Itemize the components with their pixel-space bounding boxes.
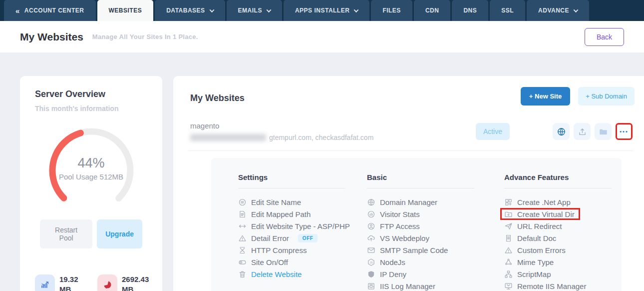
upgrade-button[interactable]: Upgrade bbox=[97, 220, 142, 248]
feature-create-net-app[interactable]: Create .Net App bbox=[504, 196, 612, 208]
user-circle-icon bbox=[367, 222, 375, 230]
feature-edit-website-type[interactable]: Edit Website Type - ASP/PHP bbox=[238, 220, 345, 232]
chevron-down-icon bbox=[574, 8, 579, 12]
back-button[interactable]: Back bbox=[585, 28, 624, 46]
feature-default-doc[interactable]: Default Doc bbox=[504, 232, 612, 244]
file-text-icon bbox=[238, 210, 247, 218]
feature-nodejs[interactable]: NodeJs bbox=[367, 256, 474, 268]
nav-tab-account-center[interactable]: « ACCOUNT CENTER bbox=[4, 0, 96, 21]
nav-tab-advance[interactable]: ADVANCE bbox=[527, 0, 589, 21]
feature-ftp-access[interactable]: FTP Access bbox=[367, 220, 474, 232]
page-title: My Websites bbox=[20, 31, 83, 43]
warning-icon bbox=[504, 246, 513, 254]
feature-site-on-off[interactable]: Site On/Off bbox=[238, 256, 345, 268]
feature-create-virtual-dir[interactable]: Create Virtual Dir bbox=[504, 208, 612, 220]
pool-usage-percent: 44% bbox=[38, 156, 145, 171]
divider bbox=[188, 150, 634, 151]
feature-iis-log-manager[interactable]: IIS Log Manager bbox=[367, 280, 474, 291]
folder-plus-icon bbox=[504, 210, 513, 218]
bandwidth-chart-icon bbox=[35, 274, 55, 291]
feature-smtp-sample-code[interactable]: SMTP Sample Code bbox=[367, 244, 474, 256]
more-ellipsis-icon[interactable]: ••• bbox=[616, 123, 633, 140]
settings-column-title: Settings bbox=[238, 173, 345, 188]
folder-icon[interactable] bbox=[595, 123, 612, 140]
nav-tab-databases[interactable]: DATABASES bbox=[155, 0, 225, 21]
toggle-icon bbox=[238, 258, 247, 266]
site-name: magento bbox=[190, 122, 373, 130]
compress-icon bbox=[238, 246, 247, 254]
feature-edit-mapped-path[interactable]: Edit Mapped Path bbox=[238, 208, 345, 220]
status-badge[interactable]: Active bbox=[476, 123, 510, 140]
basic-column-title: Basic bbox=[367, 173, 474, 188]
feature-http-compress[interactable]: HTTP Compress bbox=[238, 244, 345, 256]
feature-remote-iis-manager[interactable]: Remote IIS Manager bbox=[504, 280, 612, 291]
feature-detail-error[interactable]: Detail Error OFF bbox=[238, 232, 345, 244]
chevron-down-icon bbox=[209, 8, 214, 12]
server-overview-title: Server Overview bbox=[35, 89, 147, 100]
site-domains: gtempurl.com, checkasdfafat.com bbox=[269, 134, 373, 142]
chevron-down-icon bbox=[266, 8, 271, 12]
tray-icon bbox=[367, 282, 375, 290]
nav-tab-websites[interactable]: WEBSITES bbox=[97, 0, 154, 21]
list-circle-icon bbox=[238, 198, 247, 206]
advance-column-title: Advance Features bbox=[504, 173, 612, 188]
new-site-button[interactable]: + New Site bbox=[521, 87, 570, 106]
nav-tab-cdn[interactable]: CDN bbox=[414, 0, 451, 21]
feature-url-redirect[interactable]: URL Redirect bbox=[504, 220, 612, 232]
page-subtitle: Manage All Your Sites In 1 Place. bbox=[92, 33, 198, 40]
nav-tab-emails[interactable]: EMAILS bbox=[227, 0, 282, 21]
disk-pie-icon bbox=[97, 274, 117, 291]
bandwidth-stat: 19.32 MB Bandwidth bbox=[35, 274, 90, 291]
mime-circle-icon bbox=[504, 258, 513, 266]
server-overview-card: Server Overview This month's information… bbox=[20, 76, 162, 291]
feature-delete-website[interactable]: Delete Website bbox=[238, 268, 345, 280]
site-features-panel: Settings Edit Site Name Edit Mapped Path… bbox=[211, 158, 622, 291]
server-overview-subtitle: This month's information bbox=[35, 104, 147, 112]
sub-domain-button[interactable]: + Sub Domain bbox=[578, 87, 635, 106]
off-badge: OFF bbox=[298, 234, 318, 242]
basic-column: Basic Domain Manager Visitor Stats FTP A… bbox=[367, 173, 474, 291]
arrows-horizontal-icon bbox=[238, 222, 247, 230]
disk-space-value: 2692.43 MB bbox=[122, 274, 153, 291]
my-websites-card: My Websites + New Site + Sub Domain mage… bbox=[173, 76, 644, 291]
highlight-box: Create Virtual Dir bbox=[500, 208, 580, 220]
page-header: My Websites Manage All Your Sites In 1 P… bbox=[0, 21, 644, 52]
nav-tab-apps-installer[interactable]: APPS INSTALLER bbox=[284, 0, 369, 21]
pool-usage-label: Pool Usage 512MB bbox=[38, 172, 145, 181]
feature-edit-site-name[interactable]: Edit Site Name bbox=[238, 196, 345, 208]
disk-space-stat: 2692.43 MB Disk Space bbox=[97, 274, 153, 291]
feature-custom-errors[interactable]: Custom Errors bbox=[504, 244, 612, 256]
sitemap-icon bbox=[504, 270, 513, 278]
settings-column: Settings Edit Site Name Edit Mapped Path… bbox=[238, 173, 345, 291]
nav-tab-ssl[interactable]: SSL bbox=[490, 0, 525, 21]
globe-icon bbox=[367, 198, 375, 206]
monitor-icon bbox=[504, 282, 513, 290]
paper-plane-icon bbox=[504, 222, 513, 230]
redacted-domain bbox=[190, 134, 266, 141]
pool-usage-gauge: 44% Pool Usage 512MB bbox=[38, 126, 145, 206]
nodejs-icon bbox=[367, 258, 375, 266]
trash-icon bbox=[238, 270, 247, 278]
publish-icon[interactable] bbox=[574, 123, 591, 140]
warning-icon bbox=[238, 234, 247, 242]
feature-mime-type[interactable]: Mime Type bbox=[504, 256, 612, 268]
websites-card-title: My Websites bbox=[190, 93, 245, 104]
stats-circle-icon bbox=[367, 210, 375, 218]
feature-scriptmap[interactable]: ScriptMap bbox=[504, 268, 612, 280]
double-chevron-left-icon: « bbox=[15, 6, 20, 15]
bandwidth-value: 19.32 MB bbox=[59, 274, 90, 291]
restart-pool-button[interactable]: Restart Pool bbox=[40, 220, 92, 248]
nav-tab-files[interactable]: FILES bbox=[371, 0, 412, 21]
feature-domain-manager[interactable]: Domain Manager bbox=[367, 196, 474, 208]
feature-ip-deny[interactable]: IP Deny bbox=[367, 268, 474, 280]
chevron-down-icon bbox=[354, 8, 359, 12]
nav-tab-dns[interactable]: DNS bbox=[452, 0, 488, 21]
advance-features-column: Advance Features Create .Net App Create … bbox=[504, 173, 612, 291]
top-navigation: « ACCOUNT CENTER WEBSITES DATABASES EMAI… bbox=[0, 0, 644, 21]
grid-plus-icon bbox=[504, 198, 513, 206]
document-icon bbox=[504, 234, 513, 242]
globe-icon[interactable] bbox=[553, 123, 570, 140]
feature-vs-webdeploy[interactable]: VS Webdeploy bbox=[367, 232, 474, 244]
cloud-upload-icon bbox=[367, 234, 375, 242]
feature-visitor-stats[interactable]: Visitor Stats bbox=[367, 208, 474, 220]
